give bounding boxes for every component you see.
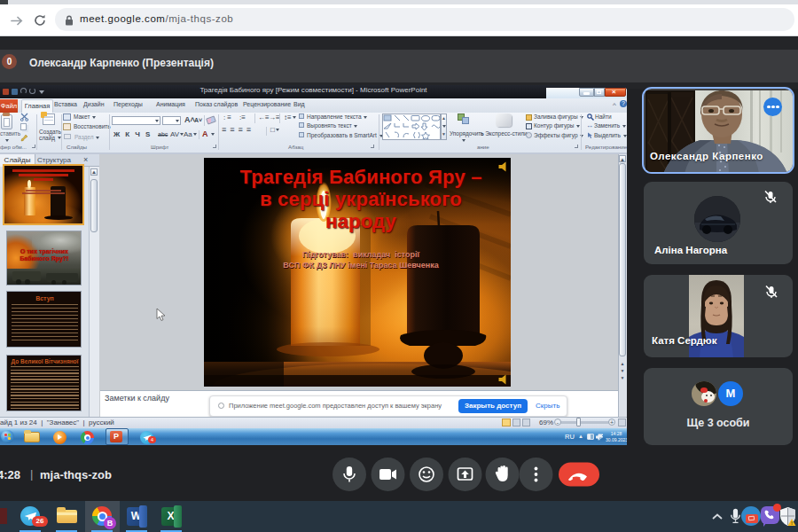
svg-text:!: ! [791, 520, 793, 526]
